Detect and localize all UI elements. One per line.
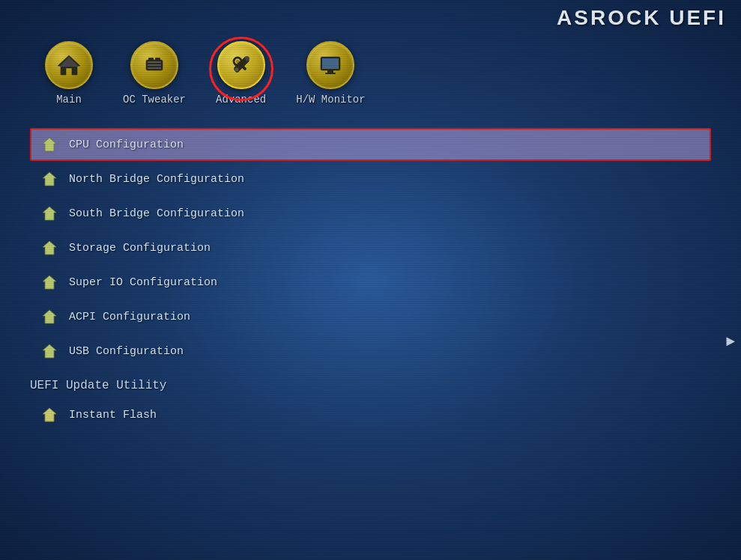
svg-marker-19 (43, 241, 56, 255)
menu-item-acpi[interactable]: ACPI Configuration (30, 300, 711, 333)
menu-item-label-cpu: CPU Configuration (69, 139, 184, 151)
svg-rect-5 (148, 61, 161, 63)
menu-item-storage[interactable]: Storage Configuration (30, 231, 711, 264)
menu-item-label-storage: Storage Configuration (69, 242, 211, 255)
svg-rect-14 (327, 70, 333, 73)
svg-marker-16 (43, 138, 56, 151)
menu-item-label-south: South Bridge Configuration (69, 207, 244, 220)
svg-rect-15 (325, 73, 336, 74)
menu-item-label-usb: USB Configuration (69, 345, 184, 358)
tab-oc-tweaker-icon (130, 41, 178, 89)
nav-tabs: Main OC Tweaker (0, 34, 741, 113)
menu-item-south-bridge[interactable]: South Bridge Configuration (30, 197, 711, 230)
arrow-icon-flash (40, 406, 58, 424)
menu-item-cpu-config[interactable]: CPU Configuration (30, 128, 711, 161)
arrow-icon-north (40, 170, 58, 188)
arrow-icon-super-io (40, 273, 58, 291)
arrow-icon-acpi (40, 308, 58, 326)
tab-hw-monitor-icon (306, 41, 354, 89)
tab-advanced[interactable]: Advanced (216, 41, 266, 106)
menu-item-super-io[interactable]: Super IO Configuration (30, 266, 711, 299)
chevron-icon (41, 240, 58, 256)
arrow-icon-usb (40, 342, 58, 360)
section2-label: UEFI Update Utility (30, 379, 711, 392)
svg-marker-17 (43, 172, 56, 186)
monitor-icon (318, 52, 343, 78)
menu-item-label-flash: Instant Flash (69, 409, 157, 421)
svg-rect-6 (148, 64, 161, 66)
refresh-icon (142, 52, 167, 78)
tab-advanced-icon (217, 41, 265, 89)
svg-rect-13 (322, 58, 339, 69)
svg-point-11 (235, 68, 238, 72)
chevron-icon (41, 171, 58, 187)
header: ASROCK UEFI (0, 0, 741, 30)
arrow-icon-south (40, 204, 58, 222)
tab-main-label: Main (56, 94, 82, 106)
brand-title: ASROCK UEFI (557, 6, 726, 30)
svg-marker-20 (43, 276, 56, 289)
content-area: CPU Configuration North Bridge Configura… (0, 117, 741, 444)
arrow-icon-cpu (40, 136, 58, 153)
chevron-icon (41, 136, 58, 153)
svg-rect-4 (155, 58, 160, 61)
menu-item-label-north: North Bridge Configuration (69, 173, 244, 186)
wrench-icon (229, 52, 254, 78)
chevron-icon (41, 308, 58, 325)
arrow-icon-storage (40, 239, 58, 257)
svg-rect-3 (148, 58, 154, 61)
menu-item-label-acpi: ACPI Configuration (69, 311, 190, 323)
chevron-icon (41, 407, 58, 423)
tab-main[interactable]: Main (45, 41, 93, 106)
chevron-icon (41, 343, 58, 359)
svg-marker-18 (43, 207, 56, 220)
tab-hw-monitor[interactable]: H/W Monitor (296, 41, 365, 106)
tab-advanced-label: Advanced (216, 94, 266, 106)
tab-oc-tweaker[interactable]: OC Tweaker (123, 41, 186, 106)
menu-item-label-super-io: Super IO Configuration (69, 276, 217, 289)
svg-rect-7 (148, 67, 161, 69)
tab-hw-monitor-label: H/W Monitor (296, 94, 365, 106)
cursor: ► (726, 333, 735, 350)
chevron-icon (41, 274, 58, 290)
menu-item-instant-flash[interactable]: Instant Flash (30, 398, 711, 431)
menu-item-north-bridge[interactable]: North Bridge Configuration (30, 162, 711, 195)
svg-marker-23 (43, 408, 56, 421)
svg-marker-22 (43, 344, 56, 358)
chevron-icon (41, 205, 58, 222)
svg-marker-21 (43, 310, 56, 323)
tab-oc-tweaker-label: OC Tweaker (123, 94, 186, 106)
home-icon (56, 52, 82, 78)
menu-item-usb[interactable]: USB Configuration (30, 335, 711, 368)
tab-main-icon (45, 41, 93, 89)
